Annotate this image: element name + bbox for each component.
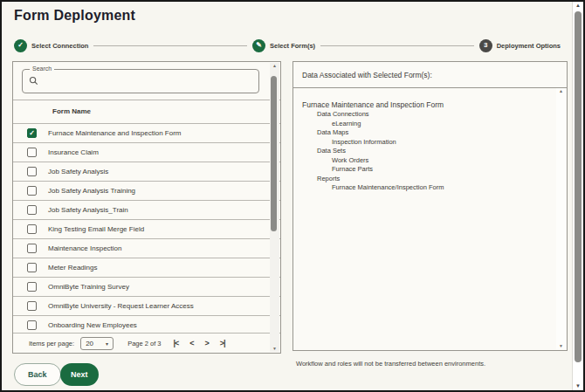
scroll-up-icon[interactable]: ▲	[559, 88, 563, 94]
associated-data-scrollbar[interactable]: ▲ ▼	[556, 88, 566, 349]
form-name-label: Onboarding New Employees	[48, 321, 137, 329]
back-button[interactable]: Back	[14, 363, 61, 386]
tree-item: Data Connections	[317, 110, 547, 120]
pagination-bar: Items per page: 20 ▾ Page 2 of 3 |< < > …	[13, 333, 280, 353]
tree-item: Furnace Maintenance/Inspection Form	[332, 183, 547, 193]
form-checkbox[interactable]: ✓	[27, 128, 37, 138]
first-page-icon[interactable]: |<	[174, 340, 179, 347]
form-checkbox[interactable]: ✓	[27, 244, 37, 253]
form-list-panel: Search Form Name ✓ Furnace Maintenance a…	[12, 61, 281, 354]
form-deployment-window: Form Deployment ✓ Select Connection ✎ Se…	[0, 0, 585, 392]
page-title: Form Deployment	[14, 8, 135, 24]
form-name-label: Meter Readings	[48, 264, 97, 272]
page-navigation: |< < > >|	[174, 340, 225, 347]
items-per-page-select[interactable]: 20 ▾	[80, 337, 114, 350]
form-row[interactable]: ✓ Furnace Maintenance and Inspection For…	[13, 123, 280, 142]
items-per-page-value: 20	[86, 340, 93, 347]
scroll-down-icon[interactable]: ▼	[272, 346, 277, 352]
form-checkbox[interactable]: ✓	[27, 263, 37, 272]
tree-item: Data Sets	[317, 147, 547, 156]
search-box: Search	[22, 69, 259, 93]
workflow-note: Workflow and roles will not be transferr…	[296, 360, 485, 368]
tree-item: eLearning	[332, 120, 547, 129]
form-row[interactable]: ✓ King Testing Email Merge Field	[13, 219, 280, 238]
stepper-connector	[320, 45, 474, 46]
step-select-connection[interactable]: ✓ Select Connection	[14, 39, 88, 52]
form-name-label: Furnace Maintenance and Inspection Form	[48, 129, 182, 137]
scrollbar-track[interactable]	[556, 94, 566, 343]
scroll-down-icon[interactable]: ▼	[559, 343, 563, 349]
step-deployment-options[interactable]: 3 Deployment Options	[479, 39, 561, 52]
tree-item: Work Orders	[332, 156, 547, 166]
scroll-up-icon[interactable]: ▲	[575, 2, 581, 10]
step-label: Select Form(s)	[270, 42, 315, 50]
form-row[interactable]: ✓ Meter Readings	[13, 258, 280, 277]
form-name-label: Maintenance Inspection	[48, 244, 122, 252]
pencil-icon: ✎	[252, 39, 265, 52]
step-select-forms[interactable]: ✎ Select Form(s)	[252, 39, 315, 52]
stepper-connector	[93, 45, 247, 46]
form-checkbox[interactable]: ✓	[27, 224, 37, 234]
check-icon: ✓	[14, 39, 27, 52]
form-checkbox[interactable]: ✓	[27, 167, 37, 176]
form-name-label: OmniByte University - Request Learner Ac…	[48, 302, 194, 310]
search-area: Search	[13, 62, 280, 100]
items-per-page-label: Items per page:	[29, 340, 74, 347]
scrollbar-thumb[interactable]	[575, 11, 582, 362]
form-row[interactable]: ✓ Insurance Claim	[13, 142, 280, 162]
form-checkbox[interactable]: ✓	[27, 282, 37, 292]
tree-item: Reports	[317, 175, 547, 184]
step-number-badge: 3	[479, 39, 492, 52]
form-name-label: Job Safety Analysis_Train	[48, 206, 128, 214]
form-row[interactable]: ✓ Job Safety Analysis	[13, 162, 280, 181]
last-page-icon[interactable]: >|	[220, 340, 225, 347]
form-checkbox[interactable]: ✓	[27, 320, 37, 330]
associated-data-panel: Data Associated with Selected Form(s): F…	[292, 61, 568, 351]
form-row[interactable]: ✓ OmniByte University - Request Learner …	[13, 296, 280, 315]
tree-item: Furnace Maintenance and Inspection Form	[302, 100, 547, 110]
scrollbar-thumb[interactable]	[271, 76, 277, 231]
next-button[interactable]: Next	[60, 363, 99, 386]
tree-item: Furnace Parts	[332, 165, 547, 175]
form-name-label: OmniByte Training Survey	[48, 283, 129, 291]
form-row[interactable]: ✓ Maintenance Inspection	[13, 238, 280, 258]
scrollbar-track[interactable]	[573, 10, 583, 382]
form-checkbox[interactable]: ✓	[27, 148, 37, 157]
page-status: Page 2 of 3	[127, 340, 161, 347]
form-checkbox[interactable]: ✓	[27, 205, 37, 215]
stepper: ✓ Select Connection ✎ Select Form(s) 3 D…	[14, 38, 561, 53]
tree-item: Data Maps	[317, 128, 547, 138]
associated-data-tree: Furnace Maintenance and Inspection Form …	[293, 88, 567, 350]
form-row[interactable]: ✓ Job Safety Analysis Training	[13, 181, 280, 200]
scrollbar-track[interactable]	[270, 69, 279, 346]
step-label: Select Connection	[31, 42, 88, 50]
search-input[interactable]	[42, 72, 255, 91]
tree-item: Inspection Information	[332, 138, 547, 148]
form-name-label: King Testing Email Merge Field	[48, 225, 144, 233]
next-page-icon[interactable]: >	[205, 340, 209, 347]
search-icon	[29, 76, 38, 86]
form-list: ✓ Furnace Maintenance and Inspection For…	[13, 123, 280, 334]
form-name-column-header: Form Name	[13, 100, 280, 123]
previous-page-icon[interactable]: <	[189, 340, 193, 347]
form-list-scrollbar[interactable]: ▲ ▼	[270, 63, 279, 352]
form-checkbox[interactable]: ✓	[27, 186, 37, 196]
chevron-down-icon: ▾	[106, 340, 108, 347]
form-name-label: Job Safety Analysis Training	[48, 187, 135, 195]
form-row[interactable]: ✓ Job Safety Analysis_Train	[13, 200, 280, 219]
window-scrollbar[interactable]: ▲ ▼	[572, 2, 583, 390]
check-icon: ✓	[29, 130, 35, 137]
form-row[interactable]: ✓ OmniByte Training Survey	[13, 277, 280, 296]
form-name-label: Insurance Claim	[48, 148, 99, 156]
form-name-label: Job Safety Analysis	[48, 168, 108, 175]
form-checkbox[interactable]: ✓	[27, 301, 37, 311]
scroll-up-icon[interactable]: ▲	[272, 63, 277, 69]
scroll-down-icon[interactable]: ▼	[575, 382, 581, 390]
search-field-label: Search	[30, 65, 54, 72]
associated-data-header: Data Associated with Selected Form(s):	[293, 62, 567, 88]
form-row[interactable]: ✓ Onboarding New Employees	[13, 315, 280, 334]
step-label: Deployment Options	[497, 42, 561, 50]
